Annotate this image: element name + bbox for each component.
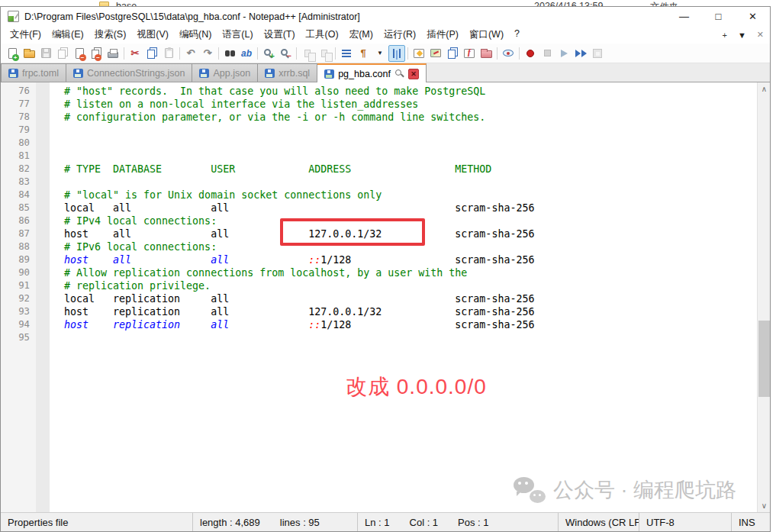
close-doc-icon[interactable]: ✕ [757,30,764,40]
line-text [50,124,64,137]
macro-stop-icon [539,45,555,62]
function-list-icon[interactable] [411,45,427,62]
line-number: 88 [1,240,36,253]
menu-bar-right-icons: +▼✕ [722,30,770,40]
macro-record-icon[interactable] [522,45,539,62]
pin-icon[interactable] [394,69,404,79]
code-line-82[interactable]: 82# TYPE DATABASE USER ADDRESS METHOD [1,163,756,176]
zoom-out-icon[interactable] [277,45,294,62]
copy-icon[interactable] [143,45,160,62]
macro-run-multiple-icon[interactable] [572,45,589,62]
status-encoding[interactable]: UTF-8 [639,513,731,531]
menu-item-encoding[interactable]: 编码(N) [174,27,217,43]
code-line-94[interactable]: 94host replication all ::1/128 scram-sha… [1,318,756,331]
line-number: 76 [1,85,36,98]
tab-App.json[interactable]: App.json [192,63,258,82]
menu-item-view[interactable]: 视图(V) [131,27,174,43]
code-line-80[interactable]: 80 [1,137,756,150]
replace-icon[interactable]: ab [238,45,255,62]
tab-list-icon[interactable]: ▼ [738,31,746,40]
line-text [50,176,64,189]
cut-icon[interactable]: ✂ [127,45,143,62]
menu-item-settings[interactable]: 设置(T) [259,27,301,43]
code-lines[interactable]: 76# "host" records. In that case you wil… [1,85,756,344]
save-icon [37,45,54,62]
menu-item-plugins[interactable]: 插件(P) [421,27,464,43]
code-line-89[interactable]: 89host all all ::1/128 scram-sha-256 [1,253,756,266]
folder-workspace-icon[interactable] [478,45,494,62]
line-number: 90 [1,266,36,279]
code-line-84[interactable]: 84# "local" is for Unix domain socket co… [1,189,756,202]
document-map-icon[interactable] [427,45,444,62]
code-line-93[interactable]: 93host replication all 127.0.0.1/32 scra… [1,305,756,318]
title-bar[interactable]: D:\Program Files\PostgreSQL\15\data\pg_h… [1,7,770,26]
code-line-77[interactable]: 77# listen on a non-local interface via … [1,98,756,111]
menu-item-language[interactable]: 语言(L) [217,27,258,43]
new-file-icon[interactable] [4,45,21,62]
tab-frpc.toml[interactable]: frpc.toml [1,63,66,82]
code-line-92[interactable]: 92local replication all scram-sha-256 [1,292,756,305]
status-eol-format[interactable]: Windows (CR LF) [558,513,639,531]
show-symbol-dropdown-icon[interactable]: ▼ [372,45,388,62]
zoom-in-icon[interactable] [260,45,277,62]
minimize-button[interactable]: — [667,7,701,26]
redo-icon[interactable]: ↷ [199,45,216,62]
tab-ConnectionStrings.json[interactable]: ConnectionStrings.json [66,63,193,82]
line-text [50,137,64,150]
word-wrap-icon[interactable] [338,45,355,62]
scroll-down-icon[interactable]: ∨ [758,499,770,512]
menu-item-window[interactable]: 窗口(W) [464,27,509,43]
menu-item-search[interactable]: 搜索(S) [89,27,132,43]
scroll-up-icon[interactable]: ∧ [758,82,770,95]
toolbar-separator [497,47,497,60]
line-number: 78 [1,111,36,124]
tab-close-icon[interactable]: ✕ [408,69,419,79]
line-text: # IPv4 local connections: [50,214,217,227]
code-line-95[interactable]: 95 [1,331,756,344]
tab-pg_hba.conf[interactable]: pg_hba.conf✕ [317,63,427,82]
close-all-icon[interactable] [88,45,105,62]
menu-item-file[interactable]: 文件(F) [5,27,47,43]
new-tab-icon[interactable]: + [722,31,726,40]
macro-play-icon[interactable] [555,45,572,62]
document-list-icon[interactable] [444,45,461,62]
close-button[interactable]: ✕ [736,7,770,26]
status-insert-mode[interactable]: INS ⠿ [731,513,770,531]
tab-xrrb.sql[interactable]: xrrb.sql [258,63,317,82]
code-line-91[interactable]: 91# replication privilege. [1,279,756,292]
print-icon[interactable] [105,45,121,62]
menu-item-run[interactable]: 运行(R) [378,27,421,43]
maximize-button[interactable]: □ [701,7,736,26]
line-text: local all all scram-sha-256 [50,202,534,214]
show-all-chars-icon[interactable]: ¶ [355,45,372,62]
code-line-76[interactable]: 76# "host" records. In that case you wil… [1,85,756,98]
line-number: 82 [1,163,36,176]
code-line-79[interactable]: 79 [1,124,756,137]
open-folder-icon[interactable] [21,45,37,62]
menu-item-help[interactable]: ? [509,27,525,43]
toolbar-separator [218,47,219,60]
watermark-text: 公众号 · 编程爬坑路 [553,476,736,504]
line-text [50,150,64,163]
sync-scroll-v-icon [299,45,316,62]
code-line-78[interactable]: 78# configuration parameter, or via the … [1,111,756,124]
find-icon[interactable] [221,45,238,62]
vertical-scrollbar[interactable]: ∧ ∨ [757,82,770,512]
line-text [50,331,64,344]
monitoring-icon[interactable] [500,45,517,62]
editor-area[interactable]: 76# "host" records. In that case you wil… [1,82,770,512]
code-line-83[interactable]: 83 [1,176,756,189]
code-line-85[interactable]: 85local all all scram-sha-256 [1,202,756,214]
menu-item-macro[interactable]: 宏(M) [344,27,378,43]
menu-item-tools[interactable]: 工具(O) [301,27,344,43]
close-file-icon[interactable] [71,45,88,62]
code-line-81[interactable]: 81 [1,150,756,163]
code-line-90[interactable]: 90# Allow replication connections from l… [1,266,756,279]
indent-guide-icon[interactable] [388,45,405,62]
file-browser-icon[interactable]: ƒ [461,45,478,62]
saved-file-icon [324,69,334,79]
saved-file-icon [199,69,209,78]
scrollbar-thumb[interactable] [758,321,770,397]
undo-icon[interactable]: ↶ [182,45,199,62]
menu-item-edit[interactable]: 编辑(E) [47,27,89,43]
